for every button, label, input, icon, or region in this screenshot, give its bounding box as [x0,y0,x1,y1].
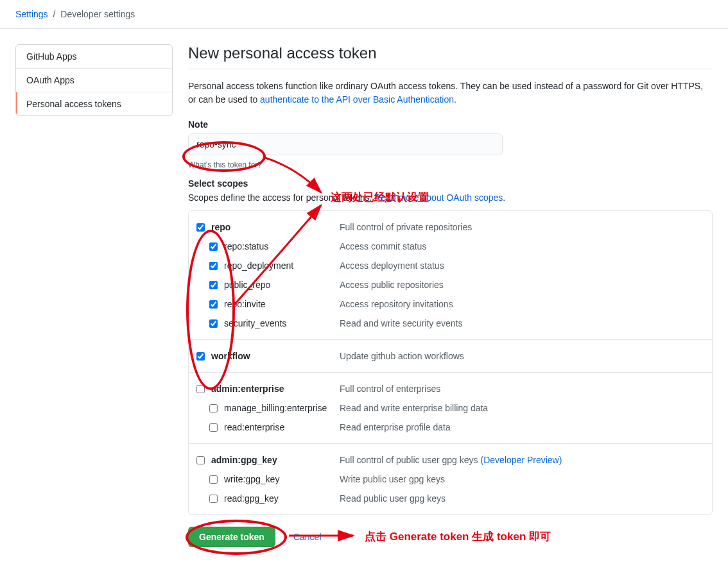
scope-group-admin-gpg-key: admin:gpg_keyFull control of public user… [189,444,712,514]
scope-checkbox-write-gpg-key[interactable] [209,475,218,484]
scopes-description: Scopes define the access for personal to… [188,192,713,203]
intro-text: Personal access tokens function like ord… [188,80,713,106]
scope-description: Read public user gpg keys [340,491,446,505]
sidebar-item-github-apps[interactable]: GitHub Apps [16,45,172,69]
scope-group-workflow: workflowUpdate github action workflows [189,340,712,373]
note-label: Note [188,119,713,130]
generate-token-button[interactable]: Generate token [188,527,275,547]
scope-checkbox-repo-status[interactable] [209,242,218,251]
scope-label: read:enterprise [224,420,340,434]
scope-row: manage_billing:enterpriseRead and write … [196,398,704,418]
sidebar: GitHub Apps OAuth Apps Personal access t… [15,44,173,547]
scope-row: admin:gpg_keyFull control of public user… [196,450,704,470]
scope-description: Full control of enterprises [340,382,440,396]
scope-checkbox-manage-billing-enterprise[interactable] [209,404,218,412]
cancel-link[interactable]: Cancel [293,532,322,542]
scope-description: Access deployment status [340,259,444,273]
actions-row: Generate token Cancel [188,527,713,547]
scope-group-repo: repoFull control of private repositories… [189,211,712,340]
scope-row: write:gpg_keyWrite public user gpg keys [196,470,704,489]
scope-row: repo:inviteAccess repository invitations [196,294,704,314]
main-content: New personal access token Personal acces… [188,44,713,547]
scope-checkbox-public-repo[interactable] [209,281,218,289]
scope-description: Write public user gpg keys [340,472,445,486]
scope-label: admin:enterprise [211,382,340,396]
scope-description: Update github action workflows [340,349,464,363]
breadcrumb: Settings / Developer settings [0,0,728,29]
scope-label: admin:gpg_key [211,453,340,467]
scope-label: repo [211,220,340,234]
note-input[interactable] [188,133,503,155]
scope-label: write:gpg_key [224,472,340,486]
breadcrumb-current: Developer settings [60,9,135,19]
scope-checkbox-admin-enterprise[interactable] [196,385,205,393]
scope-row: security_eventsRead and write security e… [196,314,704,333]
sidebar-item-personal-access-tokens[interactable]: Personal access tokens [16,92,172,115]
scope-label: workflow [211,349,340,363]
scope-checkbox-repo[interactable] [196,223,205,232]
scope-description: Access public repositories [340,278,444,292]
scope-row: public_repoAccess public repositories [196,275,704,294]
scopes-header: Select scopes [188,178,713,189]
page-title: New personal access token [188,44,713,69]
scope-group-admin-enterprise: admin:enterpriseFull control of enterpri… [189,373,712,444]
scope-label: repo_deployment [224,259,340,273]
scope-checkbox-repo-invite[interactable] [209,300,218,309]
note-help-text: What's this token for? [188,160,713,169]
intro-auth-link[interactable]: authenticate to the API over Basic Authe… [260,94,454,105]
scope-checkbox-read-gpg-key[interactable] [209,495,218,503]
breadcrumb-separator: / [53,9,55,19]
scope-checkbox-workflow[interactable] [196,352,205,361]
developer-preview-label: (Developer Preview) [481,453,562,467]
sidebar-menu: GitHub Apps OAuth Apps Personal access t… [15,44,173,116]
scopes-box: repoFull control of private repositories… [188,210,713,515]
scope-row: read:gpg_keyRead public user gpg keys [196,489,704,508]
scope-label: public_repo [224,278,340,292]
scope-checkbox-read-enterprise[interactable] [209,423,218,432]
scope-description: Full control of private repositories [340,220,472,234]
scope-description: Read and write enterprise billing data [340,401,488,415]
scope-row: repoFull control of private repositories [196,217,704,237]
scope-row: workflowUpdate github action workflows [196,346,704,366]
scope-label: manage_billing:enterprise [224,401,340,415]
scope-label: repo:invite [224,297,340,311]
scope-row: repo_deploymentAccess deployment status [196,256,704,275]
scope-label: repo:status [224,239,340,253]
scope-row: read:enterpriseRead enterprise profile d… [196,418,704,437]
scope-description: Access commit status [340,239,426,253]
scope-description: Full control of public user gpg keys [340,453,478,467]
sidebar-item-oauth-apps[interactable]: OAuth Apps [16,69,172,92]
scope-row: repo:statusAccess commit status [196,237,704,256]
scope-description: Read and write security events [340,316,462,330]
scope-row: admin:enterpriseFull control of enterpri… [196,379,704,398]
scopes-link[interactable]: Read more about OAuth scopes [374,192,503,203]
scope-label: security_events [224,316,340,330]
scope-description: Read enterprise profile data [340,420,451,434]
breadcrumb-settings-link[interactable]: Settings [15,9,48,19]
scope-label: read:gpg_key [224,491,340,505]
scope-checkbox-security-events[interactable] [209,319,218,328]
scope-checkbox-repo-deployment[interactable] [209,262,218,270]
scope-description: Access repository invitations [340,297,453,311]
scope-checkbox-admin-gpg-key[interactable] [196,456,205,464]
